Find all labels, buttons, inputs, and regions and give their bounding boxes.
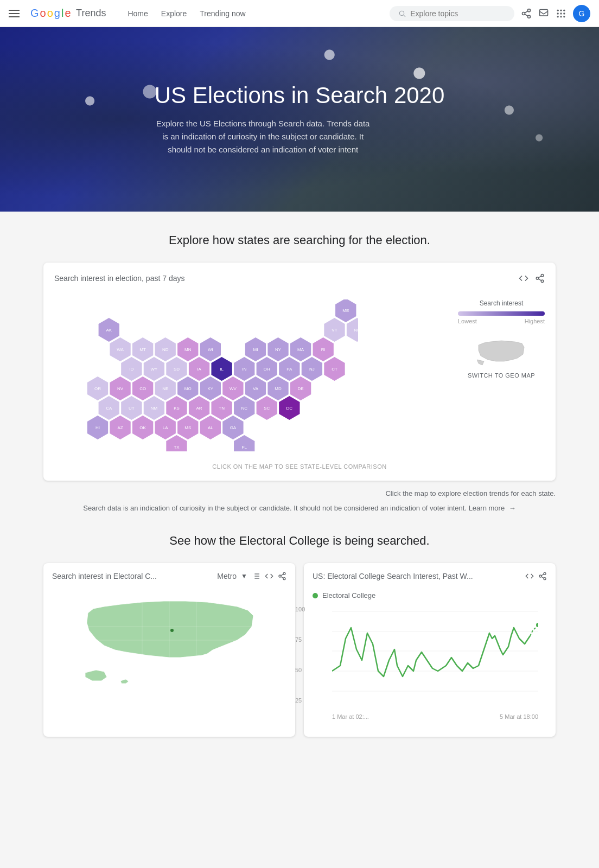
electoral-chart-card: US: Electoral College Search Interest, P… [304, 563, 556, 737]
electoral-chart-header: US: Electoral College Search Interest, P… [313, 572, 547, 580]
avatar[interactable]: G [573, 5, 590, 22]
geo-map-thumb[interactable] [474, 335, 528, 368]
main-content: Explore how states are searching for the… [0, 212, 599, 758]
svg-line-134 [281, 577, 284, 578]
svg-point-13 [563, 12, 565, 14]
switch-geo-map[interactable]: SWITCH TO GEO MAP [458, 372, 545, 379]
logo-o2: o [47, 7, 53, 20]
svg-line-135 [281, 574, 284, 576]
svg-point-12 [560, 12, 562, 14]
svg-point-2 [528, 9, 531, 11]
map-card-header: Search interest in election, past 7 days [54, 273, 545, 283]
apps-icon[interactable] [556, 8, 566, 19]
logo-trends: Trends [76, 8, 106, 19]
electoral-section-title: See how the Electoral College is being s… [43, 534, 556, 548]
legend-gradient [458, 311, 545, 316]
search-box[interactable] [390, 6, 514, 21]
electoral-map-controls: Metro ▼ [217, 572, 286, 580]
legend-low: Lowest [458, 318, 477, 324]
search-icon [398, 9, 406, 18]
chart-wrapper: 100 75 50 25 [313, 606, 547, 720]
share-icon[interactable] [521, 8, 532, 19]
line-chart-svg [332, 606, 538, 709]
svg-line-21 [538, 276, 541, 278]
electoral-embed-icon[interactable] [265, 572, 273, 580]
electoral-college-dot [313, 593, 318, 598]
nav-home[interactable]: Home [128, 9, 148, 18]
svg-point-147 [536, 623, 538, 627]
svg-point-10 [563, 9, 565, 11]
hex-map[interactable]: .hex { stroke: white; stroke-width: 1.5;… [54, 299, 358, 454]
svg-point-133 [283, 578, 285, 580]
logo-e: l [61, 7, 63, 20]
map-share-icon[interactable] [535, 273, 545, 283]
hero-title: US Elections in Search 2020 [155, 82, 445, 108]
logo-g: G [30, 7, 39, 20]
map-card-actions [519, 273, 545, 283]
svg-point-17 [541, 275, 544, 277]
chart-legend: Electoral College [313, 591, 547, 599]
svg-point-132 [279, 575, 281, 577]
svg-line-1 [404, 15, 405, 16]
svg-point-19 [541, 280, 544, 283]
svg-point-15 [560, 16, 562, 17]
nav-left: Google Trends Home Explore Trending now [9, 7, 246, 20]
map-card-title: Search interest in election, past 7 days [54, 274, 184, 283]
map-click-hint: CLICK ON THE MAP TO SEE STATE-LEVEL COMP… [54, 463, 545, 470]
disclaimer-text: Search data is an indication of curiosit… [43, 504, 556, 512]
electoral-map-title: Search interest in Electoral C... [52, 572, 157, 580]
us-choropleth-map[interactable] [77, 591, 262, 700]
svg-line-6 [525, 11, 528, 12]
svg-point-137 [544, 572, 546, 575]
svg-line-141 [541, 574, 544, 576]
hero-description: Explore the US Elections through Search … [155, 117, 372, 156]
legend-high: Highest [525, 318, 545, 324]
google-trends-logo[interactable]: Google Trends [30, 7, 106, 20]
states-section-title: Explore how states are searching for the… [43, 233, 556, 247]
svg-point-139 [544, 578, 546, 580]
svg-point-4 [528, 15, 531, 18]
svg-point-11 [557, 12, 559, 14]
electoral-map[interactable] [52, 591, 286, 700]
map-card: Search interest in election, past 7 days [43, 263, 556, 481]
chevron-down-icon: ▼ [241, 572, 247, 580]
nav-right: G [390, 5, 590, 22]
svg-point-18 [536, 277, 539, 280]
svg-point-0 [399, 11, 404, 15]
chart-embed-icon[interactable] [525, 572, 534, 580]
logo-e2: e [65, 7, 71, 20]
svg-point-14 [557, 16, 559, 17]
search-input[interactable] [410, 9, 506, 18]
svg-point-138 [539, 575, 541, 577]
svg-point-9 [560, 9, 562, 11]
electoral-map-header: Search interest in Electoral C... Metro … [52, 572, 286, 580]
hex-map-container: .hex { stroke: white; stroke-width: 1.5;… [54, 294, 545, 459]
svg-point-131 [283, 572, 285, 575]
hero-content: US Elections in Search 2020 Explore the … [133, 82, 467, 156]
svg-point-8 [557, 9, 559, 11]
electoral-share-icon[interactable] [278, 572, 286, 580]
learn-more-arrow: → [509, 504, 516, 512]
x-axis-labels: 1 Mar at 02:... 5 Mar at 18:00 [332, 713, 538, 720]
logo-gl: g [54, 7, 60, 20]
map-legend: Search interest Lowest Highest SWITCH TO… [458, 299, 545, 379]
map-info-text: Click the map to explore election trends… [43, 489, 556, 497]
x-label-end: 5 Mar at 18:00 [500, 713, 538, 720]
notifications-icon[interactable] [538, 8, 549, 19]
nav-explore[interactable]: Explore [161, 9, 187, 18]
electoral-cards: Search interest in Electoral C... Metro … [43, 563, 556, 737]
electoral-college-label: Electoral College [322, 591, 375, 599]
svg-line-5 [525, 14, 528, 16]
y-axis-labels: 100 75 50 25 [295, 606, 305, 704]
hex-map-svg[interactable]: .hex { stroke: white; stroke-width: 1.5;… [54, 299, 358, 451]
list-icon[interactable] [252, 572, 260, 580]
hamburger-menu[interactable] [9, 10, 20, 17]
electoral-map-card: Search interest in Electoral C... Metro … [43, 563, 295, 737]
embed-icon[interactable] [519, 273, 528, 283]
chart-share-icon[interactable] [538, 572, 547, 580]
nav-links: Home Explore Trending now [128, 9, 245, 18]
metro-filter[interactable]: Metro ▼ [217, 572, 247, 580]
electoral-chart-actions [525, 572, 547, 580]
nav-trending[interactable]: Trending now [200, 9, 245, 18]
svg-point-3 [522, 12, 525, 15]
